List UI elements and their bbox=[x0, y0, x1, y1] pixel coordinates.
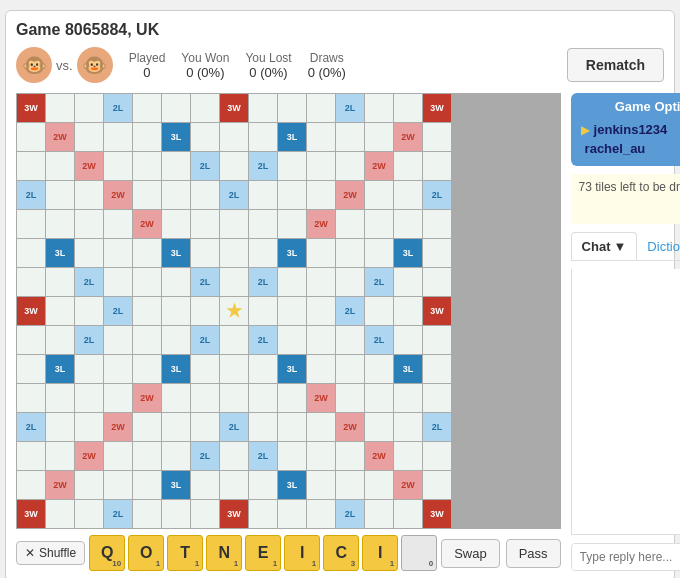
board-cell[interactable] bbox=[46, 94, 74, 122]
board-cell[interactable]: 3L bbox=[278, 123, 306, 151]
board-cell[interactable] bbox=[220, 210, 248, 238]
board-cell[interactable] bbox=[46, 152, 74, 180]
board-cell[interactable] bbox=[191, 384, 219, 412]
board-cell[interactable] bbox=[104, 123, 132, 151]
board-cell[interactable] bbox=[220, 123, 248, 151]
board-cell[interactable]: 3L bbox=[162, 471, 190, 499]
board-cell[interactable] bbox=[365, 500, 393, 528]
board-cell[interactable] bbox=[133, 94, 161, 122]
board-cell[interactable] bbox=[307, 355, 335, 383]
board-cell[interactable] bbox=[162, 297, 190, 325]
board-cell[interactable] bbox=[162, 268, 190, 296]
board-cell[interactable] bbox=[423, 326, 451, 354]
board-cell[interactable] bbox=[278, 500, 306, 528]
board-cell[interactable] bbox=[191, 355, 219, 383]
board-cell[interactable] bbox=[249, 500, 277, 528]
board-cell[interactable] bbox=[191, 210, 219, 238]
board-cell[interactable]: 2W bbox=[307, 210, 335, 238]
board-cell[interactable]: 2W bbox=[394, 471, 422, 499]
swap-button[interactable]: Swap bbox=[441, 539, 500, 568]
rack-tile[interactable]: I1 bbox=[362, 535, 398, 571]
board-cell[interactable] bbox=[46, 413, 74, 441]
board-cell[interactable] bbox=[191, 181, 219, 209]
board-cell[interactable]: 3W bbox=[423, 297, 451, 325]
board-cell[interactable] bbox=[278, 152, 306, 180]
board-cell[interactable] bbox=[104, 239, 132, 267]
board-cell[interactable] bbox=[133, 297, 161, 325]
board-cell[interactable] bbox=[17, 384, 45, 412]
board-cell[interactable] bbox=[17, 326, 45, 354]
board-cell[interactable]: 3W bbox=[423, 94, 451, 122]
board-cell[interactable] bbox=[307, 152, 335, 180]
rack-tile[interactable]: E1 bbox=[245, 535, 281, 571]
board-cell[interactable]: 2L bbox=[336, 94, 364, 122]
board-cell[interactable] bbox=[104, 326, 132, 354]
board-cell[interactable] bbox=[249, 471, 277, 499]
board-cell[interactable]: 2W bbox=[365, 442, 393, 470]
board-cell[interactable]: 2W bbox=[104, 413, 132, 441]
board-cell[interactable] bbox=[307, 442, 335, 470]
rack-tile[interactable]: O1 bbox=[128, 535, 164, 571]
board-cell[interactable] bbox=[133, 268, 161, 296]
board-cell[interactable] bbox=[75, 471, 103, 499]
board-cell[interactable]: 3W bbox=[17, 297, 45, 325]
board-cell[interactable] bbox=[336, 384, 364, 412]
board-cell[interactable] bbox=[365, 413, 393, 441]
board-cell[interactable] bbox=[17, 268, 45, 296]
board-cell[interactable]: 2L bbox=[191, 268, 219, 296]
rack-tile[interactable]: T1 bbox=[167, 535, 203, 571]
board-cell[interactable] bbox=[307, 268, 335, 296]
board-cell[interactable] bbox=[336, 442, 364, 470]
board-cell[interactable] bbox=[46, 384, 74, 412]
board-cell[interactable]: 2W bbox=[46, 123, 74, 151]
board-cell[interactable] bbox=[336, 268, 364, 296]
board-cell[interactable] bbox=[191, 471, 219, 499]
board-cell[interactable] bbox=[162, 152, 190, 180]
board-cell[interactable] bbox=[249, 239, 277, 267]
board-cell[interactable]: 3L bbox=[162, 355, 190, 383]
board-cell[interactable] bbox=[423, 442, 451, 470]
board-cell[interactable] bbox=[394, 442, 422, 470]
board-cell[interactable] bbox=[75, 123, 103, 151]
board-cell[interactable]: 3W bbox=[17, 500, 45, 528]
board-cell[interactable] bbox=[75, 181, 103, 209]
board-cell[interactable]: 3W bbox=[17, 94, 45, 122]
board-cell[interactable] bbox=[75, 297, 103, 325]
board-cell[interactable] bbox=[249, 297, 277, 325]
board-cell[interactable] bbox=[17, 239, 45, 267]
board-cell[interactable]: 2L bbox=[191, 326, 219, 354]
rack-tile[interactable]: C3 bbox=[323, 535, 359, 571]
board-cell[interactable] bbox=[394, 297, 422, 325]
board-cell[interactable] bbox=[365, 123, 393, 151]
board-cell[interactable] bbox=[307, 297, 335, 325]
board-cell[interactable]: 3L bbox=[278, 239, 306, 267]
board-cell[interactable]: 2W bbox=[365, 152, 393, 180]
board-cell[interactable]: 3L bbox=[162, 123, 190, 151]
board-cell[interactable]: 2L bbox=[104, 297, 132, 325]
board-cell[interactable] bbox=[133, 239, 161, 267]
board-cell[interactable] bbox=[307, 326, 335, 354]
board-cell[interactable] bbox=[365, 210, 393, 238]
board-cell[interactable] bbox=[162, 181, 190, 209]
board-cell[interactable] bbox=[423, 210, 451, 238]
board-cell[interactable] bbox=[75, 500, 103, 528]
board-cell[interactable] bbox=[365, 181, 393, 209]
board-cell[interactable] bbox=[191, 413, 219, 441]
board-cell[interactable]: 2W bbox=[75, 442, 103, 470]
board-cell[interactable] bbox=[133, 152, 161, 180]
board-cell[interactable]: 2L bbox=[17, 181, 45, 209]
board-cell[interactable] bbox=[278, 442, 306, 470]
board-cell[interactable] bbox=[17, 210, 45, 238]
board-cell[interactable] bbox=[278, 268, 306, 296]
board-cell[interactable] bbox=[46, 442, 74, 470]
board-cell[interactable]: 3W bbox=[423, 500, 451, 528]
board-cell[interactable]: 2L bbox=[75, 268, 103, 296]
board-cell[interactable] bbox=[46, 181, 74, 209]
board-cell[interactable] bbox=[278, 210, 306, 238]
board-cell[interactable]: 3W bbox=[220, 500, 248, 528]
board-cell[interactable] bbox=[75, 384, 103, 412]
rack-tile[interactable]: N1 bbox=[206, 535, 242, 571]
board-cell[interactable] bbox=[133, 471, 161, 499]
board-cell[interactable]: 2L bbox=[220, 413, 248, 441]
rack-tile[interactable]: Q10 bbox=[89, 535, 125, 571]
